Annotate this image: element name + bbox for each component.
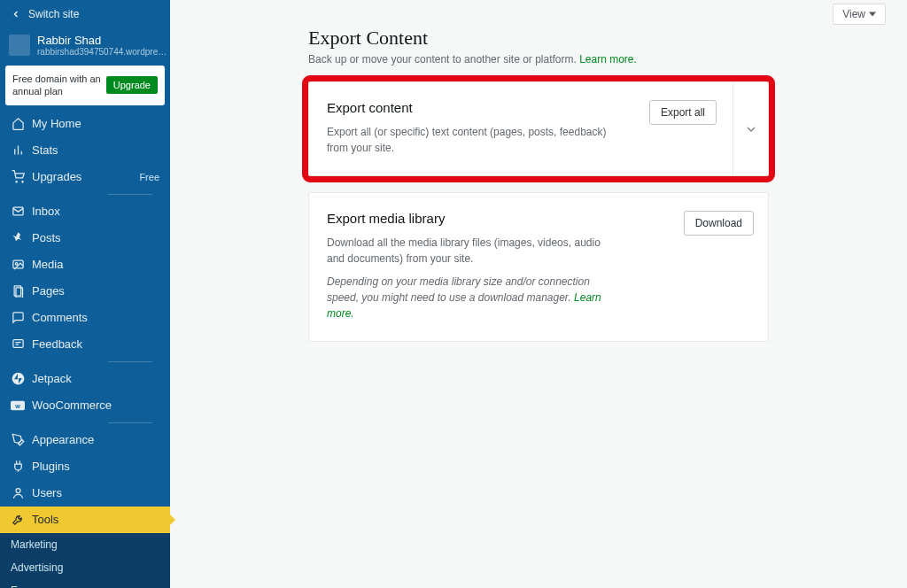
stats-icon <box>11 143 25 158</box>
sidebar-item-label: Tools <box>32 513 58 526</box>
card-export-content-desc: Export all (or specific) text content (p… <box>327 124 610 156</box>
export-all-button[interactable]: Export all <box>649 100 717 125</box>
card-export-content-title: Export content <box>327 100 639 115</box>
nav-separator <box>108 422 152 423</box>
learn-more-link[interactable]: Learn more. <box>579 53 637 66</box>
sidebar-item-media[interactable]: Media <box>0 251 170 278</box>
site-avatar <box>9 35 30 56</box>
promo-card: Free domain with an annual plan Upgrade <box>5 66 165 105</box>
sidebar-item-comments[interactable]: Comments <box>0 305 170 331</box>
sidebar-item-label: Media <box>32 258 63 271</box>
brush-icon <box>11 433 25 447</box>
pin-icon <box>11 231 25 245</box>
subnav: MarketingAdvertisingEarnImportExport <box>0 533 170 588</box>
sidebar-item-label: Appearance <box>32 433 94 446</box>
svg-text:W: W <box>15 403 20 408</box>
sidebar-item-label: Feedback <box>32 337 82 351</box>
svg-rect-10 <box>12 340 22 348</box>
wrench-icon <box>11 513 25 527</box>
card-export-media: Export media library Download all the me… <box>308 192 769 342</box>
svg-point-3 <box>16 182 17 182</box>
sidebar-item-label: Upgrades <box>32 170 81 183</box>
sidebar-item-label: Jetpack <box>32 372 72 385</box>
sidebar-item-label: Posts <box>32 231 61 244</box>
sidebar-item-appearance[interactable]: Appearance <box>0 427 170 453</box>
sidebar-item-inbox[interactable]: Inbox <box>0 198 170 225</box>
chevron-down-icon <box>744 122 758 136</box>
view-button[interactable]: View <box>833 4 886 25</box>
woo-icon: W <box>11 398 25 413</box>
sidebar-item-tools[interactable]: Tools <box>0 507 170 533</box>
plugin-icon <box>11 460 25 474</box>
expand-export-content[interactable] <box>733 82 768 175</box>
svg-point-18 <box>16 489 20 493</box>
caret-down-icon <box>869 11 876 18</box>
sidebar-item-woocommerce[interactable]: WWooCommerce <box>0 392 170 419</box>
subnav-item-marketing[interactable]: Marketing <box>0 533 170 556</box>
sidebar-item-label: Users <box>32 486 62 499</box>
sidebar-item-feedback[interactable]: Feedback <box>0 331 170 358</box>
sidebar-item-label: Comments <box>32 311 88 324</box>
sidebar-item-pages[interactable]: Pages <box>0 278 170 305</box>
feedback-icon <box>11 337 25 352</box>
sidebar-item-posts[interactable]: Posts <box>0 225 170 251</box>
sidebar-item-stats[interactable]: Stats <box>0 137 170 164</box>
sidebar-item-upgrades[interactable]: UpgradesFree <box>0 164 170 190</box>
svg-point-13 <box>12 373 24 385</box>
svg-marker-26 <box>869 12 876 17</box>
home-icon <box>11 117 25 131</box>
site-url: rabbirshad394750744.wordpress.com <box>37 47 170 57</box>
sidebar-item-my-home[interactable]: My Home <box>0 111 170 137</box>
site-name: Rabbir Shad <box>37 34 170 47</box>
mail-icon <box>11 205 25 219</box>
sidebar-item-label: My Home <box>32 117 81 130</box>
sidebar-item-users[interactable]: Users <box>0 480 170 507</box>
page-subtitle: Back up or move your content to another … <box>308 53 769 66</box>
main: View Export Content Back up or move your… <box>170 0 907 588</box>
sidebar-item-label: Plugins <box>32 460 70 473</box>
subnav-item-advertising[interactable]: Advertising <box>0 556 170 579</box>
sidebar-item-plugins[interactable]: Plugins <box>0 453 170 480</box>
card-export-content: Export content Export all (or specific) … <box>308 81 769 176</box>
user-icon <box>11 486 25 500</box>
pages-icon <box>11 284 25 298</box>
page-title: Export Content <box>308 27 769 50</box>
comment-icon <box>11 311 25 325</box>
site-block[interactable]: Rabbir Shad rabbirshad394750744.wordpres… <box>0 28 170 66</box>
download-button[interactable]: Download <box>684 211 754 236</box>
nav-separator <box>108 194 152 195</box>
card-export-media-title: Export media library <box>327 211 673 226</box>
upgrade-button[interactable]: Upgrade <box>106 76 158 94</box>
content: Export Content Back up or move your cont… <box>308 27 769 342</box>
card-export-media-hint: Depending on your media library size and… <box>327 274 610 321</box>
sidebar-item-badge: Free <box>139 172 159 182</box>
svg-rect-9 <box>16 288 23 298</box>
chevron-left-icon <box>9 7 23 21</box>
media-icon <box>11 258 25 272</box>
svg-point-7 <box>15 263 18 266</box>
cart-icon <box>11 170 25 184</box>
subnav-item-earn[interactable]: Earn <box>0 579 170 588</box>
nav-list: My HomeStatsUpgradesFreeInboxPostsMediaP… <box>0 111 170 588</box>
card-export-media-desc: Download all the media library files (im… <box>327 235 610 267</box>
sidebar-item-label: Pages <box>32 284 65 298</box>
svg-point-4 <box>21 182 22 182</box>
sidebar-item-label: Stats <box>32 143 58 157</box>
sidebar-item-label: Inbox <box>32 205 60 218</box>
switch-site-label: Switch site <box>28 8 79 20</box>
nav-separator <box>108 361 152 362</box>
sidebar: Switch site Rabbir Shad rabbirshad394750… <box>0 0 170 588</box>
view-button-label: View <box>842 8 865 20</box>
sidebar-item-label: WooCommerce <box>32 398 112 412</box>
jetpack-icon <box>11 372 25 386</box>
promo-text: Free domain with an annual plan <box>12 73 101 98</box>
switch-site-link[interactable]: Switch site <box>0 0 170 28</box>
sidebar-item-jetpack[interactable]: Jetpack <box>0 366 170 392</box>
